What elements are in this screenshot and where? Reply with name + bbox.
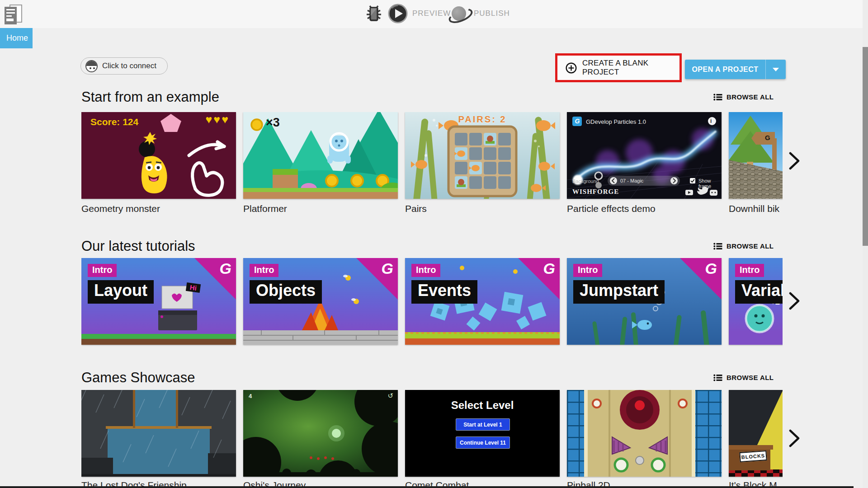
horizontal-scrollbar-edge[interactable] — [0, 486, 854, 488]
card-label: Platformer — [243, 203, 287, 214]
section-title-examples: Start from an example — [81, 89, 219, 105]
preview-button[interactable]: PREVIEW — [388, 4, 451, 23]
section-title-showcase: Games Showcase — [81, 370, 195, 386]
tutorial-badge: Intro — [88, 264, 117, 277]
tutorial-badge: Intro — [573, 264, 602, 277]
gdevelop-window: PREVIEW PUBLISH Home Click to connect CR… — [0, 0, 868, 488]
tutorial-card-objects[interactable]: G Intro Objects — [243, 258, 398, 345]
showcase-card-comet-combat[interactable]: Select Level Start at Level 1 Continue L… — [405, 390, 560, 477]
open-project-dropdown[interactable] — [766, 60, 786, 79]
plus-circle-icon — [566, 62, 577, 74]
tutorial-title: Layout — [88, 280, 154, 304]
planet-icon — [448, 4, 469, 23]
tutorial-title: Objects — [250, 280, 322, 304]
chevron-right-icon — [788, 292, 800, 310]
score-text: Score: 124 — [90, 117, 138, 127]
card-label: Pairs — [405, 203, 427, 214]
examples-carousel: Score: 124 ♥♥♥ — [81, 112, 783, 221]
start-level-button: Start at Level 1 — [456, 418, 510, 431]
tutorial-badge: Intro — [735, 264, 764, 277]
example-card-pairs[interactable]: PAIRS: 2 — [405, 112, 560, 199]
browse-all-examples[interactable]: BROWSE ALL — [713, 93, 774, 101]
carousel-next-examples[interactable] — [788, 152, 800, 172]
effect-selector-label: 07 - Magic — [620, 178, 643, 183]
show-frame-label: Show frame — [698, 178, 722, 189]
card-label: Particle effects demo — [567, 203, 656, 214]
scrollbar-track[interactable] — [863, 0, 868, 488]
sign-letter: G — [765, 134, 770, 141]
tutorials-carousel: Hi G Intro Layout G Intro — [81, 258, 783, 346]
connect-label: Click to connect — [102, 61, 156, 70]
blocks-art — [729, 390, 783, 477]
chevron-right-icon — [788, 152, 800, 170]
hearts-icons: ♥♥♥ — [205, 113, 230, 126]
card-label: Geometry monster — [81, 203, 160, 214]
pairs-score-text: PAIRS: 2 — [405, 114, 560, 125]
list-icon — [713, 243, 722, 250]
top-toolbar: PREVIEW PUBLISH — [0, 0, 868, 28]
tutorial-title: Events — [411, 280, 477, 304]
pairs-art — [405, 112, 560, 199]
tutorial-card-jumpstart[interactable]: G Intro Jumpstart — [567, 258, 722, 345]
card-label: Downhill bik — [729, 203, 779, 214]
debugger-button[interactable] — [364, 5, 383, 25]
tutorial-card-layout[interactable]: Hi G Intro Layout — [81, 258, 236, 345]
browse-all-showcase[interactable]: BROWSE ALL — [713, 374, 774, 381]
example-card-platformer[interactable]: ×3 — [243, 112, 398, 199]
showcase-card-blocks[interactable]: BLOCKS — [729, 390, 783, 477]
chevron-right-icon — [788, 429, 800, 447]
carousel-next-tutorials[interactable] — [788, 292, 800, 312]
example-card-geometry-monster[interactable]: Score: 124 ♥♥♥ — [81, 112, 236, 199]
open-project-label: OPEN A PROJECT — [685, 66, 765, 74]
example-card-downhill-bike[interactable]: G — [729, 112, 783, 199]
connect-button[interactable]: Click to connect — [80, 57, 168, 75]
showcase-card-oshi[interactable]: 4 ↺ — [243, 390, 398, 477]
select-level-title: Select Level — [405, 399, 560, 412]
showcase-card-lost-dog[interactable] — [81, 390, 236, 477]
downhill-art — [729, 112, 783, 199]
info-icon: i — [710, 118, 712, 124]
browse-all-tutorials[interactable]: BROWSE ALL — [713, 242, 774, 250]
bug-icon — [364, 5, 383, 23]
example-card-particle-effects[interactable]: G GDevelop Particles 1.0 i Background 07… — [567, 112, 722, 199]
avatar-icon — [85, 60, 98, 72]
preview-label: PREVIEW — [412, 9, 451, 18]
list-icon — [713, 94, 722, 101]
tutorial-title: Variab — [735, 280, 783, 304]
create-blank-project-label: CREATE A BLANK PROJECT — [582, 59, 679, 77]
background-label: Background — [572, 178, 599, 184]
tutorial-badge: Intro — [411, 264, 440, 277]
lost-dog-art — [81, 390, 236, 477]
wishforge-brand: WISHFORGE — [572, 188, 619, 196]
carousel-next-showcase[interactable] — [788, 429, 800, 449]
project-manager-button[interactable] — [4, 4, 24, 24]
tutorial-card-events[interactable]: G Intro Events — [405, 258, 560, 345]
oshi-counter: 4 — [249, 393, 252, 399]
open-project-button[interactable]: OPEN A PROJECT — [685, 60, 786, 79]
scrollbar-thumb[interactable] — [863, 47, 868, 246]
showcase-carousel: 4 ↺ Select Level Start at Level 1 Contin… — [81, 390, 783, 488]
list-icon — [713, 374, 722, 381]
gdevelop-logo: G — [382, 260, 393, 277]
gdevelop-logo-small: G — [574, 117, 580, 125]
gdevelop-logo: G — [705, 260, 717, 277]
gdevelop-logo: G — [543, 260, 555, 277]
play-icon — [388, 4, 408, 23]
tab-home-label: Home — [6, 33, 28, 42]
restart-icon: ↺ — [387, 392, 393, 400]
pinball-art — [567, 390, 722, 477]
create-blank-project-button[interactable]: CREATE A BLANK PROJECT — [557, 56, 679, 80]
oshi-art — [243, 390, 398, 477]
section-title-tutorials: Our latest tutorials — [81, 238, 195, 254]
chevron-down-icon — [773, 68, 779, 71]
publish-button[interactable]: PUBLISH — [448, 4, 510, 23]
tab-home[interactable]: Home — [0, 28, 33, 48]
tutorial-badge: Intro — [250, 264, 278, 277]
gdevelop-logo: G — [220, 260, 231, 277]
continue-level-button: Continue Level 11 — [456, 436, 510, 449]
showcase-card-pinball[interactable] — [567, 390, 722, 477]
blocks-sign: BLOCKS — [739, 450, 767, 462]
publish-label: PUBLISH — [474, 9, 510, 18]
tutorial-title: Jumpstart — [573, 280, 665, 304]
tutorial-card-variables[interactable]: +1 G Intro Variab — [729, 258, 783, 345]
